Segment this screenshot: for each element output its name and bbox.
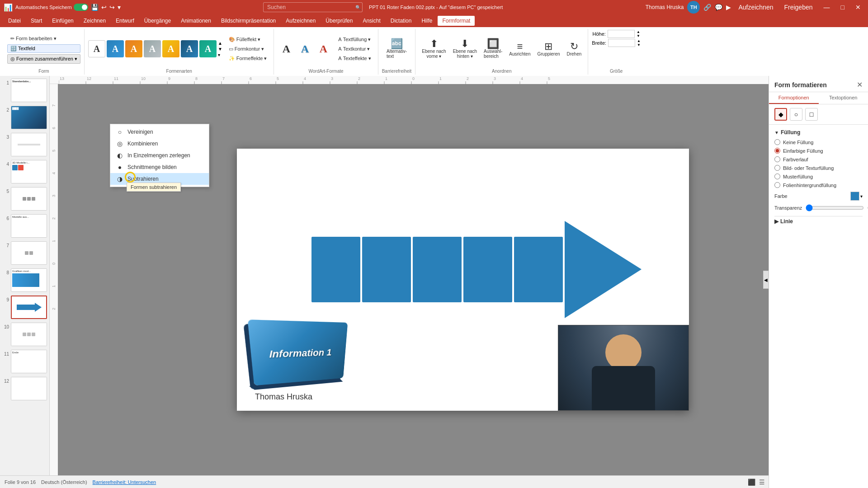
textfeld-button[interactable]: 🔡 Textfeld	[7, 44, 80, 53]
slide-thumb-4[interactable]: 4 3D Modelle i...	[2, 159, 47, 184]
slide-thumb-11[interactable]: 11 Ende	[2, 349, 47, 374]
transparency-slider[interactable]	[806, 204, 864, 211]
dropdown-schnittmenge[interactable]: ● Schnittmenge bilden	[110, 161, 209, 173]
slide-thumb-10[interactable]: 10	[2, 322, 47, 347]
radio-farbverlauf-input[interactable]	[774, 156, 780, 162]
wordart-blue[interactable]: A	[296, 40, 313, 57]
style-yellow[interactable]: A	[162, 40, 179, 57]
width-input[interactable]	[608, 39, 635, 47]
slide-thumb-8[interactable]: 8 Grafiken mod...	[2, 267, 47, 293]
width-up-icon[interactable]: ▲	[637, 39, 641, 43]
tab-textoptionen[interactable]: Textoptionen	[819, 92, 868, 104]
texteffekte-button[interactable]: A Texteffekte ▾	[335, 54, 374, 63]
style-teal[interactable]: A	[199, 40, 217, 57]
menu-datei[interactable]: Datei	[4, 16, 25, 26]
wordart-red[interactable]: A	[315, 40, 332, 57]
radio-musterfuellung[interactable]: Musterfüllung	[774, 174, 863, 179]
auswahlbereich-button[interactable]: 🔲 Auswahl-bereich	[481, 37, 505, 61]
radio-keine-fuellung[interactable]: Keine Füllung	[774, 139, 863, 145]
drehen-button[interactable]: ↻ Drehen	[564, 40, 585, 58]
slide-thumb-2[interactable]: 2 ████	[2, 105, 47, 130]
slide-thumb-12[interactable]: 12	[2, 376, 47, 401]
slide-canvas[interactable]: Information 1 Thomas Hruska	[58, 84, 868, 475]
info-button[interactable]: Information 1	[255, 323, 350, 384]
slide-thumb-7[interactable]: 7	[2, 240, 47, 266]
style-orange[interactable]: A	[125, 40, 142, 57]
width-stepper[interactable]: ▲ ▼	[637, 39, 641, 47]
menu-zeichnen[interactable]: Zeichnen	[79, 16, 110, 26]
autosave-toggle[interactable]: Automatisches Speichern	[15, 4, 88, 11]
gruppieren-button[interactable]: ⊞ Gruppieren	[534, 40, 562, 58]
form-bearbeiten-button[interactable]: ✏ Form bearbeiten ▾	[7, 34, 80, 43]
tab-formoptionen[interactable]: Formoptionen	[769, 92, 819, 104]
height-up-icon[interactable]: ▲	[637, 30, 640, 34]
dropdown-kombinieren[interactable]: ◎ Kombinieren	[110, 138, 209, 150]
autosave-switch[interactable]	[74, 4, 88, 11]
menu-hilfe[interactable]: Hilfe	[417, 16, 437, 26]
share-icon[interactable]: 🔗	[703, 4, 711, 11]
slide-thumb-5[interactable]: 5	[2, 186, 47, 211]
form-icon-square[interactable]: □	[805, 108, 818, 121]
height-down-icon[interactable]: ▼	[637, 34, 640, 38]
width-down-icon[interactable]: ▼	[637, 43, 641, 47]
panel-collapse-button[interactable]: ◀	[763, 271, 769, 289]
menu-einfuegen[interactable]: Einfügen	[47, 16, 78, 26]
formkontur-button[interactable]: ▭ Formkontur ▾	[226, 45, 270, 53]
style-blue1[interactable]: A	[107, 40, 124, 57]
style-white[interactable]: A	[88, 40, 105, 57]
radio-einfarbige-fuellung-input[interactable]	[774, 148, 780, 154]
ausrichten-button[interactable]: ≡ Ausrichten	[506, 40, 533, 58]
slide-thumb-3[interactable]: 3	[2, 132, 47, 157]
radio-farbverlauf[interactable]: Farbverlauf	[774, 156, 863, 162]
radio-musterfuellung-input[interactable]	[774, 174, 780, 179]
form-icon-circle[interactable]: ○	[790, 108, 802, 121]
search-wrapper[interactable]	[263, 2, 363, 12]
alternativtext-button[interactable]: 🔤 Alternativ-text	[384, 37, 410, 61]
style-blue2[interactable]: A	[181, 40, 198, 57]
menu-uebergaenge[interactable]: Übergänge	[140, 16, 175, 26]
style-expand-arrow[interactable]: ▾	[218, 52, 222, 57]
undo-icon[interactable]: ↩	[101, 4, 107, 11]
form-icon-diamond[interactable]: ◆	[774, 108, 787, 121]
wordart-plain[interactable]: A	[278, 40, 295, 57]
more-icon[interactable]: ▾	[118, 4, 121, 11]
window-aufzeichnen[interactable]: Aufzeichnen	[735, 0, 777, 14]
menu-start[interactable]: Start	[26, 16, 47, 26]
menu-aufzeichnen[interactable]: Aufzeichnen	[281, 16, 320, 26]
window-close[interactable]: ✕	[852, 0, 864, 14]
save-icon[interactable]: 💾	[91, 4, 99, 11]
menu-praesentation[interactable]: Bildschirmpräsentation	[217, 16, 280, 26]
formen-zusammenfuehren-button[interactable]: ◎ Formen zusammenführen ▾	[7, 54, 80, 64]
slide-thumb-1[interactable]: 1 Standardabs...	[2, 78, 47, 103]
radio-bild-textur[interactable]: Bild- oder Texturfüllung	[774, 165, 863, 171]
radio-einfarbige-fuellung[interactable]: Einfarbige Füllung	[774, 148, 863, 154]
ebene-hinten-button[interactable]: ⬇ Ebene nachhinten ▾	[450, 37, 480, 61]
panel-close-button[interactable]: ✕	[857, 80, 863, 89]
fuelleffekt-button[interactable]: 🎨 Fülleffekt ▾	[226, 35, 270, 44]
fuellung-title[interactable]: ▼ Füllung	[774, 129, 863, 136]
slide-thumb-9[interactable]: 9	[2, 295, 47, 320]
style-more-arrows[interactable]: ▲ ▼ ▾	[218, 41, 222, 57]
menu-animationen[interactable]: Animationen	[176, 16, 216, 26]
style-gray[interactable]: A	[144, 40, 161, 57]
height-input[interactable]	[608, 30, 635, 38]
radio-folienhintergrund-input[interactable]	[774, 182, 780, 188]
view-outline-icon[interactable]: ☰	[759, 479, 765, 486]
comments-icon[interactable]: 💬	[715, 4, 722, 11]
dropdown-einzelmengen[interactable]: ◐ In Einzelmengen zerlegen	[110, 150, 209, 161]
view-normal-icon[interactable]: ⬛	[748, 479, 755, 486]
color-dropdown-arrow[interactable]: ▾	[860, 194, 863, 199]
radio-folienhintergrund[interactable]: Folienhintergrundfüllung	[774, 182, 863, 188]
linie-title[interactable]: ▶ Linie	[774, 216, 863, 226]
radio-bild-textur-input[interactable]	[774, 165, 780, 171]
ebene-vorne-button[interactable]: ⬆ Ebene nachvorne ▾	[419, 37, 448, 61]
redo-icon[interactable]: ↪	[109, 4, 115, 11]
style-up-arrow[interactable]: ▲	[218, 41, 222, 46]
menu-entwurf[interactable]: Entwurf	[111, 16, 139, 26]
color-selector[interactable]: ▾	[850, 192, 863, 201]
color-swatch[interactable]	[850, 192, 859, 201]
window-minimize[interactable]: —	[820, 0, 834, 14]
window-freigeben[interactable]: Freigeben	[780, 0, 816, 14]
search-input[interactable]	[263, 2, 363, 12]
arrow-shape[interactable]	[311, 221, 642, 318]
